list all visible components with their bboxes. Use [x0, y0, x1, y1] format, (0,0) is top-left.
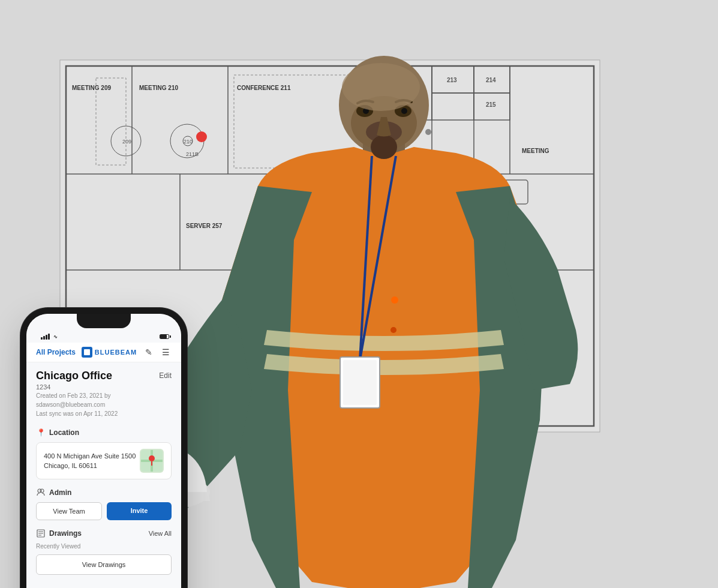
- nav-icons: ✎ ☰: [143, 346, 172, 358]
- created-by: Created on Feb 23, 2021 by sdawson@blueb…: [36, 391, 172, 409]
- admin-button-row: View Team Invite: [36, 502, 172, 520]
- location-icon: 📍: [36, 428, 46, 437]
- status-bar: ∿: [26, 331, 181, 343]
- svg-point-50: [390, 327, 396, 333]
- signal-icon: [41, 334, 50, 340]
- drawings-section-title: Drawings: [49, 529, 82, 538]
- wifi-icon: ∿: [53, 334, 58, 340]
- admin-icon: [36, 488, 46, 497]
- all-projects-link[interactable]: All Projects: [36, 348, 76, 356]
- edit-link[interactable]: Edit: [159, 371, 172, 380]
- phone-content: Chicago Office Edit 1234 Created on Feb …: [26, 362, 181, 588]
- bluebeam-logo: BLUEBEAM: [82, 347, 137, 358]
- invite-button[interactable]: Invite: [107, 502, 172, 520]
- battery-icon: [160, 334, 169, 339]
- drawings-icon: [36, 529, 46, 538]
- location-section-title: Location: [49, 428, 79, 437]
- project-title: Chicago Office: [36, 370, 112, 382]
- profile-icon[interactable]: ✎: [143, 346, 155, 358]
- phone-screen: ∿ All Projects BLUEBEAM ✎ ☰: [26, 314, 181, 588]
- drawings-section-header: Drawings View All: [36, 529, 172, 538]
- bluebeam-brand-name: BLUEBEAM: [95, 349, 137, 356]
- svg-point-65: [40, 489, 44, 493]
- phone-nav: All Projects BLUEBEAM ✎ ☰: [26, 343, 181, 362]
- view-all-link[interactable]: View All: [149, 530, 172, 537]
- svg-point-49: [391, 296, 398, 304]
- admin-section: Admin View Team Invite: [36, 488, 172, 520]
- admin-section-title: Admin: [49, 488, 71, 497]
- svg-point-63: [149, 455, 155, 461]
- last-sync: Last sync was on Apr 11, 2022: [36, 409, 172, 418]
- signal-area: ∿: [41, 334, 58, 340]
- project-id: 1234: [36, 383, 172, 391]
- view-drawings-button[interactable]: View Drawings: [36, 554, 172, 575]
- project-title-row: Chicago Office Edit: [36, 370, 172, 382]
- address-line2: Chicago, IL 60611: [44, 461, 136, 471]
- phone-notch: [77, 314, 131, 328]
- location-address: 400 N Michigan Ave Suite 1500 Chicago, I…: [44, 451, 136, 471]
- recently-viewed-label: Recently Viewed: [36, 543, 172, 550]
- admin-section-header: Admin: [36, 488, 172, 497]
- address-line1: 400 N Michigan Ave Suite 1500: [44, 451, 136, 461]
- drawings-section: Drawings View All Recently Viewed View D…: [36, 529, 172, 575]
- svg-point-54: [371, 135, 397, 159]
- view-team-button[interactable]: View Team: [36, 502, 102, 520]
- svg-rect-48: [343, 360, 377, 405]
- project-meta: Created on Feb 23, 2021 by sdawson@blueb…: [36, 391, 172, 418]
- location-card: 400 N Michigan Ave Suite 1500 Chicago, I…: [36, 442, 172, 479]
- location-section-header: 📍 Location: [36, 428, 172, 437]
- menu-icon[interactable]: ☰: [160, 346, 172, 358]
- svg-point-51: [425, 129, 431, 135]
- svg-point-59: [342, 63, 420, 111]
- map-thumbnail[interactable]: [140, 449, 164, 473]
- bluebeam-logo-icon: [82, 347, 92, 358]
- location-section: 📍 Location 400 N Michigan Ave Suite 1500…: [36, 428, 172, 479]
- svg-point-58: [401, 108, 407, 114]
